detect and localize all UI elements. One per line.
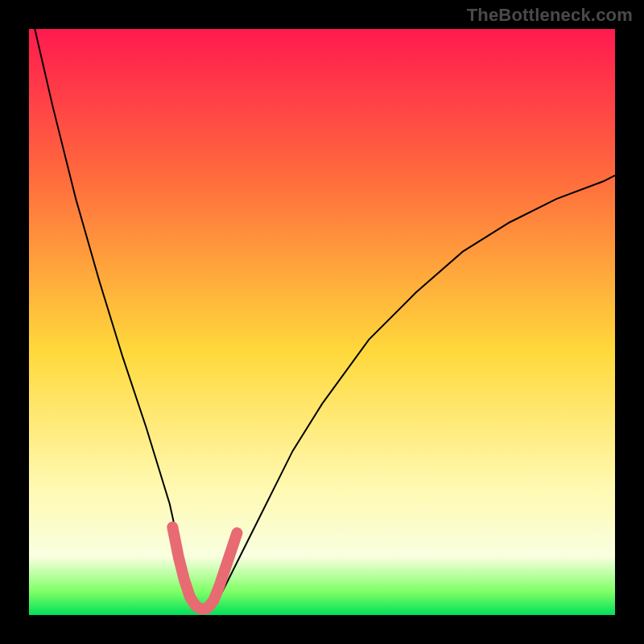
attribution-label: TheBottleneck.com bbox=[467, 5, 633, 26]
chart-frame: TheBottleneck.com bbox=[0, 0, 644, 644]
plot-background bbox=[29, 29, 615, 615]
bottleneck-chart bbox=[0, 0, 644, 644]
